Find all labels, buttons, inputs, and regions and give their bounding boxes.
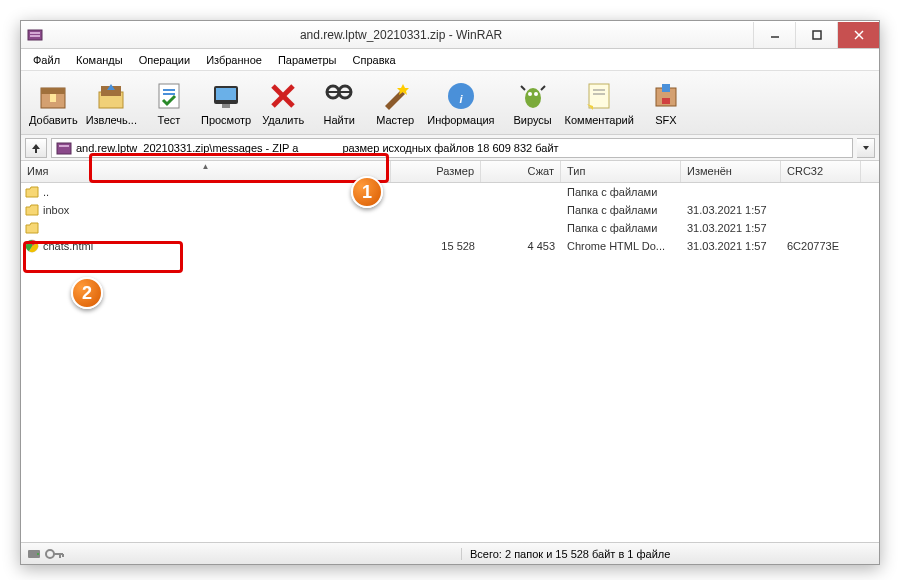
col-size[interactable]: Размер bbox=[391, 161, 481, 182]
folder-icon bbox=[25, 221, 39, 235]
svg-line-29 bbox=[521, 86, 525, 90]
virus-label: Вирусы bbox=[513, 114, 551, 126]
close-icon bbox=[854, 30, 864, 40]
test-button[interactable]: Тест bbox=[141, 78, 197, 128]
row-type: Папка с файлами bbox=[561, 200, 681, 220]
address-dropdown[interactable] bbox=[857, 138, 875, 158]
svg-rect-36 bbox=[662, 98, 670, 104]
svg-point-42 bbox=[37, 553, 39, 555]
view-label: Просмотр bbox=[201, 114, 251, 126]
toolbar: Добавить Извлечь... Тест Просмотр Удалит… bbox=[21, 71, 879, 135]
virus-icon bbox=[517, 80, 549, 112]
maximize-icon bbox=[812, 30, 822, 40]
chrome-icon bbox=[25, 239, 39, 253]
svg-rect-38 bbox=[59, 145, 69, 147]
svg-rect-17 bbox=[222, 104, 230, 108]
col-modified[interactable]: Изменён bbox=[681, 161, 781, 182]
row-crc bbox=[781, 188, 861, 196]
app-icon bbox=[27, 27, 43, 43]
svg-point-28 bbox=[534, 92, 538, 96]
close-button[interactable] bbox=[837, 22, 879, 48]
find-icon bbox=[323, 80, 355, 112]
up-arrow-icon bbox=[30, 142, 42, 154]
svg-rect-31 bbox=[589, 84, 609, 108]
row-size bbox=[391, 224, 481, 232]
chevron-down-icon bbox=[862, 144, 870, 152]
extract-button[interactable]: Извлечь... bbox=[82, 78, 141, 128]
row-mod: 31.03.2021 1:57 bbox=[681, 200, 781, 220]
delete-icon bbox=[267, 80, 299, 112]
folder-up-icon bbox=[25, 185, 39, 199]
row-chats-html[interactable]: chats.html 15 528 4 453 Chrome HTML Do..… bbox=[21, 237, 879, 255]
window-controls bbox=[753, 22, 879, 48]
view-button[interactable]: Просмотр bbox=[197, 78, 255, 128]
wizard-button[interactable]: Мастер bbox=[367, 78, 423, 128]
info-icon: i bbox=[445, 80, 477, 112]
row-packed: 4 453 bbox=[481, 236, 561, 256]
maximize-button[interactable] bbox=[795, 22, 837, 48]
svg-rect-9 bbox=[50, 94, 56, 102]
col-crc[interactable]: CRC32 bbox=[781, 161, 861, 182]
svg-rect-35 bbox=[662, 84, 670, 92]
row-packed bbox=[481, 224, 561, 232]
annotation-badge-2: 2 bbox=[71, 277, 103, 309]
delete-button[interactable]: Удалить bbox=[255, 78, 311, 128]
col-name-label: Имя bbox=[27, 165, 48, 177]
row-mod bbox=[681, 188, 781, 196]
titlebar: and.rew.lptw_20210331.zip - WinRAR bbox=[21, 21, 879, 49]
svg-rect-1 bbox=[30, 32, 40, 34]
row-crc bbox=[781, 224, 861, 232]
menu-favorites[interactable]: Избранное bbox=[198, 51, 270, 69]
row-mod: 31.03.2021 1:57 bbox=[681, 218, 781, 238]
menu-commands[interactable]: Команды bbox=[68, 51, 131, 69]
col-packed[interactable]: Сжат bbox=[481, 161, 561, 182]
file-list[interactable]: .. Папка с файлами inbox Папка с файлами… bbox=[21, 183, 879, 523]
minimize-button[interactable] bbox=[753, 22, 795, 48]
menu-file[interactable]: Файл bbox=[25, 51, 68, 69]
folder-icon bbox=[25, 203, 39, 217]
menu-options[interactable]: Параметры bbox=[270, 51, 345, 69]
minimize-icon bbox=[770, 30, 780, 40]
delete-label: Удалить bbox=[262, 114, 304, 126]
comment-icon bbox=[583, 80, 615, 112]
sfx-icon bbox=[650, 80, 682, 112]
virus-button[interactable]: Вирусы bbox=[505, 78, 561, 128]
col-type[interactable]: Тип bbox=[561, 161, 681, 182]
row-crc: 6C20773E bbox=[781, 236, 861, 256]
add-label: Добавить bbox=[29, 114, 78, 126]
column-headers: ▲Имя Размер Сжат Тип Изменён CRC32 bbox=[21, 161, 879, 183]
row-crc bbox=[781, 206, 861, 214]
svg-rect-8 bbox=[41, 88, 65, 94]
wizard-icon bbox=[379, 80, 411, 112]
svg-rect-2 bbox=[30, 35, 40, 37]
col-name[interactable]: ▲Имя bbox=[21, 161, 391, 182]
key-icon bbox=[45, 547, 65, 561]
svg-line-30 bbox=[541, 86, 545, 90]
archive-icon bbox=[37, 80, 69, 112]
svg-point-43 bbox=[46, 550, 54, 558]
find-button[interactable]: Найти bbox=[311, 78, 367, 128]
svg-rect-37 bbox=[57, 143, 71, 154]
extract-icon bbox=[95, 80, 127, 112]
menu-operations[interactable]: Операции bbox=[131, 51, 198, 69]
row-size: 15 528 bbox=[391, 236, 481, 256]
add-button[interactable]: Добавить bbox=[25, 78, 82, 128]
comment-button[interactable]: Комментарий bbox=[561, 78, 638, 128]
svg-rect-12 bbox=[159, 84, 179, 108]
up-button[interactable] bbox=[25, 138, 47, 158]
svg-rect-4 bbox=[813, 31, 821, 39]
row-name: chats.html bbox=[43, 240, 93, 252]
info-button[interactable]: iИнформация bbox=[423, 78, 498, 128]
disk-icon bbox=[27, 547, 41, 561]
menu-help[interactable]: Справка bbox=[345, 51, 404, 69]
extract-label: Извлечь... bbox=[86, 114, 137, 126]
row-type: Chrome HTML Do... bbox=[561, 236, 681, 256]
sfx-button[interactable]: SFX bbox=[638, 78, 694, 128]
menubar: Файл Команды Операции Избранное Параметр… bbox=[21, 49, 879, 71]
status-left bbox=[21, 547, 461, 561]
address-path-right: размер исходных файлов 18 609 832 байт bbox=[342, 142, 558, 154]
row-packed bbox=[481, 188, 561, 196]
status-bar: Всего: 2 папок и 15 528 байт в 1 файле bbox=[21, 542, 879, 564]
address-field[interactable]: and.rew.lptw_20210331.zip\messages - ZIP… bbox=[51, 138, 853, 158]
row-mod: 31.03.2021 1:57 bbox=[681, 236, 781, 256]
